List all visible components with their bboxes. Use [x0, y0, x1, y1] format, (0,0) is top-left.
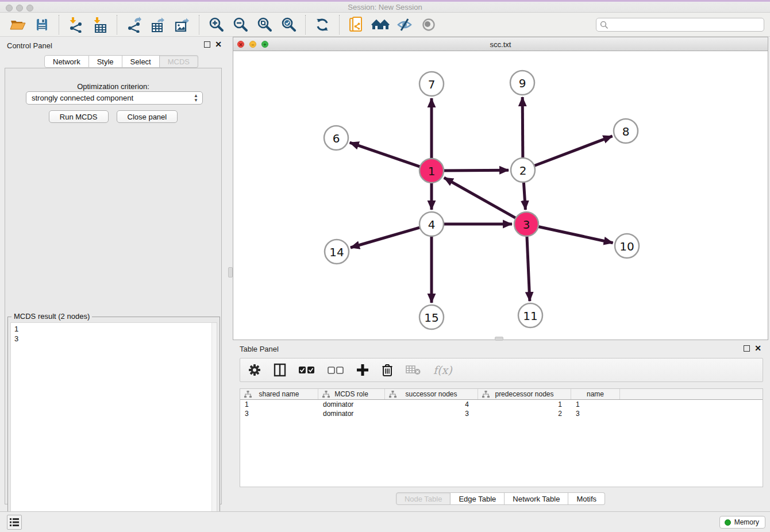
- column-header-successor-nodes[interactable]: successor nodes: [385, 389, 478, 399]
- plus-icon: [356, 364, 369, 376]
- graph-edge-3-10[interactable]: [537, 226, 613, 243]
- memory-button[interactable]: Memory: [719, 516, 765, 529]
- import-network-button[interactable]: [66, 15, 86, 34]
- cell-name[interactable]: 3: [571, 409, 620, 418]
- column-header-shared-name[interactable]: shared name: [240, 389, 318, 399]
- splitter-handle-horizontal[interactable]: [495, 337, 503, 341]
- table-panel-float-icon[interactable]: [744, 345, 750, 352]
- tab-node-table[interactable]: Node Table: [396, 492, 451, 505]
- open-folder-icon: [10, 18, 26, 32]
- column-header-name[interactable]: name: [571, 389, 620, 399]
- mcds-result-text[interactable]: 1 3: [10, 322, 217, 530]
- function-builder-button[interactable]: f(x): [433, 364, 452, 376]
- table-row[interactable]: 3 dominator 3 2 3: [240, 409, 763, 418]
- mcds-panel: Optimization criterion: strongly connect…: [5, 68, 222, 504]
- zoom-in-button[interactable]: [206, 15, 226, 34]
- tab-mcds[interactable]: MCDS: [160, 55, 198, 68]
- table-settings-button[interactable]: [248, 364, 261, 376]
- network-graph[interactable]: 1234678910111415: [233, 51, 768, 340]
- graph-node-label: 14: [329, 245, 344, 259]
- task-history-button[interactable]: [7, 515, 22, 530]
- import-table-icon: [93, 17, 107, 33]
- clone-network-button[interactable]: [346, 15, 366, 34]
- network-canvas[interactable]: 1234678910111415: [233, 51, 768, 340]
- splitter-handle-vertical[interactable]: [228, 267, 233, 277]
- control-panel-close-icon[interactable]: ✕: [215, 41, 222, 48]
- graph-edge-3-1[interactable]: [444, 178, 517, 218]
- table-row[interactable]: 1 dominator 4 1 1: [240, 400, 763, 409]
- export-network-button[interactable]: [124, 15, 144, 34]
- show-all-button[interactable]: [419, 15, 438, 34]
- cell-predecessor-nodes[interactable]: 1: [478, 400, 571, 409]
- graph-edge-2-9[interactable]: [522, 97, 523, 159]
- import-table-button[interactable]: [90, 15, 110, 34]
- table-add-column-button[interactable]: [356, 364, 369, 376]
- save-session-button[interactable]: [32, 15, 52, 34]
- zoom-selected-button[interactable]: [279, 15, 298, 34]
- main-toolbar: [0, 13, 770, 37]
- first-neighbors-button[interactable]: [371, 15, 390, 34]
- graph-edge-4-14[interactable]: [351, 227, 421, 248]
- tab-network-table[interactable]: Network Table: [505, 492, 568, 505]
- mcds-result-line: 3: [14, 334, 213, 344]
- cell-mcds-role[interactable]: dominator: [318, 400, 385, 409]
- cell-name[interactable]: 1: [571, 400, 620, 409]
- graph-edge-3-11[interactable]: [527, 235, 530, 301]
- memory-status-icon: [725, 519, 731, 526]
- cell-shared-name[interactable]: 3: [240, 409, 318, 418]
- graph-node-label: 9: [519, 76, 526, 90]
- eye-icon: [421, 18, 437, 31]
- tab-edge-table[interactable]: Edge Table: [451, 492, 505, 505]
- table-select-all-button[interactable]: [299, 366, 315, 374]
- column-header-predecessor-nodes[interactable]: predecessor nodes: [478, 389, 571, 399]
- table-toolbar: f(x): [240, 358, 763, 382]
- cell-successor-nodes[interactable]: 4: [385, 400, 478, 409]
- run-mcds-button[interactable]: Run MCDS: [49, 110, 109, 123]
- open-session-button[interactable]: [8, 15, 28, 34]
- result-scrollbar[interactable]: [211, 323, 217, 530]
- control-panel-float-icon[interactable]: [204, 41, 210, 48]
- cell-mcds-role[interactable]: dominator: [318, 409, 385, 418]
- zoom-fit-button[interactable]: [255, 15, 274, 34]
- tab-style[interactable]: Style: [89, 55, 122, 68]
- network-view-window: ✕ − + scc.txt 1234678910111415: [233, 37, 768, 340]
- hide-selected-button[interactable]: [395, 15, 414, 34]
- tab-motifs[interactable]: Motifs: [568, 492, 605, 505]
- table-panel-close-icon[interactable]: ✕: [754, 345, 761, 352]
- close-panel-button[interactable]: Close panel: [117, 110, 178, 123]
- zoom-out-button[interactable]: [230, 15, 250, 34]
- tab-select[interactable]: Select: [122, 55, 160, 68]
- export-image-icon: [174, 17, 190, 33]
- graph-edge-1-6[interactable]: [350, 142, 421, 167]
- graph-edge-2-8[interactable]: [533, 136, 613, 166]
- checked-boxes-icon: [299, 366, 315, 374]
- control-panel: Control Panel ✕ Network Style Select MCD…: [0, 37, 226, 510]
- optimization-criterion-select[interactable]: strongly connected component ▲▼: [26, 91, 203, 105]
- control-panel-tabs: Network Style Select MCDS: [44, 55, 198, 68]
- cell-shared-name[interactable]: 1: [240, 400, 318, 409]
- network-window-titlebar[interactable]: ✕ − + scc.txt: [233, 37, 768, 51]
- graph-node-label: 7: [428, 78, 436, 91]
- node-table: shared name MCDS role successor nodes pr…: [240, 388, 763, 487]
- graph-node-label: 4: [428, 218, 436, 232]
- graph-edge-1-2[interactable]: [442, 170, 509, 171]
- table-panel-title: Table Panel: [240, 345, 279, 353]
- search-input[interactable]: [596, 18, 764, 32]
- memory-label: Memory: [734, 518, 759, 526]
- table-split-view-button[interactable]: [274, 363, 286, 377]
- table-deselect-all-button[interactable]: [328, 366, 344, 374]
- cell-successor-nodes[interactable]: 3: [385, 409, 478, 418]
- export-table-button[interactable]: [148, 15, 168, 34]
- table-delete-table-button[interactable]: [406, 365, 421, 375]
- graph-node-label: 2: [519, 164, 527, 178]
- column-header-mcds-role[interactable]: MCDS role: [318, 389, 385, 399]
- graph-node-label: 8: [622, 125, 630, 138]
- graph-edge-2-3[interactable]: [523, 181, 525, 210]
- graph-node-label: 6: [333, 132, 340, 145]
- cell-predecessor-nodes[interactable]: 2: [478, 409, 571, 418]
- split-columns-icon: [274, 363, 286, 377]
- tab-network[interactable]: Network: [44, 55, 89, 68]
- refresh-layout-button[interactable]: [313, 15, 332, 34]
- export-image-button[interactable]: [172, 15, 192, 34]
- table-delete-column-button[interactable]: [382, 363, 393, 377]
